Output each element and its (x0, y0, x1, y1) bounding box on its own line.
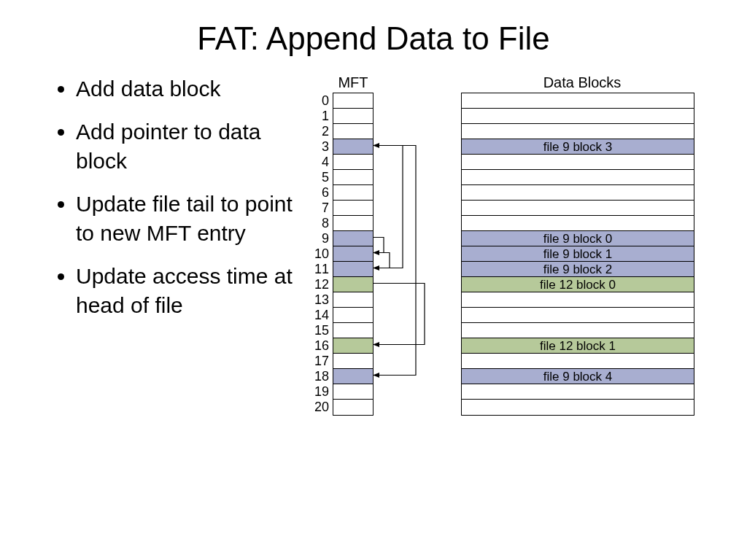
data-block-row: file 9 block 0 (462, 231, 694, 246)
mft-row: 9 (333, 231, 373, 246)
data-block-row (462, 354, 694, 369)
mft-row: 19 (333, 384, 373, 400)
mft-row: 12 (333, 277, 373, 292)
bullet-item: Add data block (76, 74, 306, 104)
mft-table: 01234567891011121314151617181920 (333, 93, 374, 416)
data-block-row: file 12 block 0 (462, 277, 694, 292)
mft-index-label: 13 (311, 292, 329, 308)
data-block-row: file 9 block 4 (462, 369, 694, 384)
data-block-row: file 9 block 1 (462, 246, 694, 262)
data-block-row (462, 155, 694, 170)
mft-index-label: 19 (311, 384, 329, 400)
mft-index-label: 5 (311, 170, 329, 185)
mft-index-label: 18 (311, 369, 329, 384)
mft-row: 5 (333, 170, 373, 185)
bullet-item: Update file tail to point to new MFT ent… (76, 190, 306, 249)
slide-title: FAT: Append Data to File (0, 20, 747, 57)
mft-index-label: 16 (311, 338, 329, 354)
mft-index-label: 4 (311, 155, 329, 170)
data-block-row (462, 109, 694, 124)
mft-index-label: 15 (311, 323, 329, 338)
mft-row: 7 (333, 201, 373, 216)
mft-row: 10 (333, 246, 373, 262)
mft-row: 16 (333, 338, 373, 354)
mft-row: 0 (333, 93, 373, 109)
data-block-row: file 9 block 2 (462, 262, 694, 277)
mft-row: 17 (333, 354, 373, 369)
mft-index-label: 8 (311, 216, 329, 231)
mft-index-label: 20 (311, 400, 329, 415)
mft-index-label: 2 (311, 124, 329, 139)
mft-index-label: 10 (311, 246, 329, 262)
bullet-item: Update access time at head of file (76, 262, 306, 321)
mft-row: 8 (333, 216, 373, 231)
mft-index-label: 17 (311, 354, 329, 369)
mft-row: 1 (333, 109, 373, 124)
mft-row: 11 (333, 262, 373, 277)
data-blocks-table: file 9 block 3file 9 block 0file 9 block… (461, 93, 694, 416)
data-block-row: file 12 block 1 (462, 338, 694, 354)
mft-row: 13 (333, 292, 373, 308)
data-block-row (462, 170, 694, 185)
mft-index-label: 14 (311, 308, 329, 323)
mft-row: 3 (333, 139, 373, 155)
mft-row: 4 (333, 155, 373, 170)
mft-row: 14 (333, 308, 373, 323)
data-block-row (462, 185, 694, 201)
mft-index-label: 1 (311, 109, 329, 124)
mft-index-label: 9 (311, 231, 329, 246)
diagram: MFT 01234567891011121314151617181920 Dat… (328, 74, 703, 416)
mft-index-label: 6 (311, 185, 329, 201)
mft-row: 18 (333, 369, 373, 384)
mft-index-label: 11 (311, 262, 329, 277)
mft-index-label: 3 (311, 139, 329, 155)
bullet-list: Add data blockAdd pointer to data blockU… (58, 74, 306, 416)
data-block-row (462, 308, 694, 323)
data-block-row (462, 201, 694, 216)
mft-row: 6 (333, 185, 373, 201)
data-block-row (462, 400, 694, 415)
data-block-row (462, 93, 694, 109)
data-blocks-heading: Data Blocks (461, 74, 703, 91)
data-block-row (462, 216, 694, 231)
mft-index-label: 0 (311, 93, 329, 109)
mft-row: 15 (333, 323, 373, 338)
mft-index-label: 7 (311, 201, 329, 216)
mft-row: 20 (333, 400, 373, 415)
data-block-row (462, 292, 694, 308)
mft-index-label: 12 (311, 277, 329, 292)
bullet-item: Add pointer to data block (76, 117, 306, 176)
mft-row: 2 (333, 124, 373, 139)
data-block-row (462, 323, 694, 338)
mft-heading: MFT (333, 74, 374, 91)
data-block-row: file 9 block 3 (462, 139, 694, 155)
data-block-row (462, 384, 694, 400)
data-block-row (462, 124, 694, 139)
